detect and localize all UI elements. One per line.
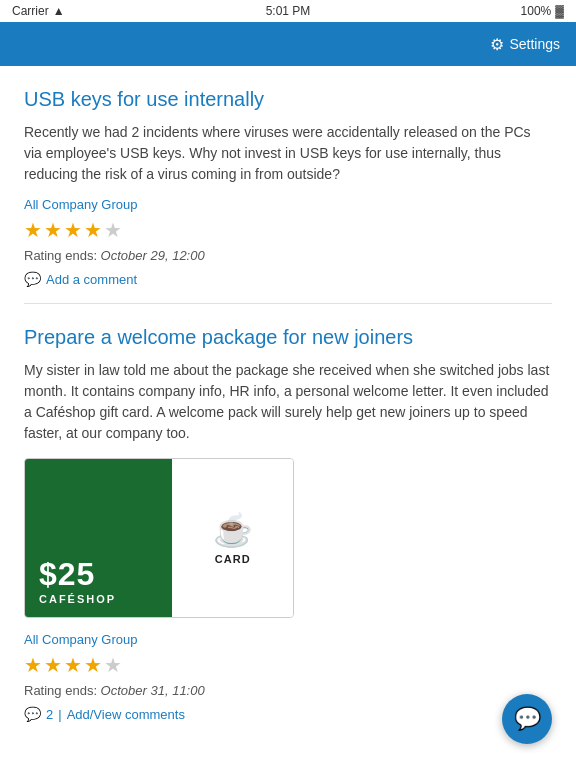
carrier-label: Carrier [12,4,49,18]
comment-bubble-icon-2: 💬 [24,706,41,722]
star-4: ★ [84,218,102,242]
post-2-group[interactable]: All Company Group [24,632,552,647]
star-p2-2: ★ [44,653,62,677]
battery-percent: 100% [521,4,552,18]
post-2-body: My sister in law told me about the packa… [24,360,552,444]
star-3: ★ [64,218,82,242]
star-p2-4: ★ [84,653,102,677]
status-bar: Carrier ▲ 5:01 PM 100% ▓ [0,0,576,22]
post-1-rating-date: October 29, 12:00 [101,248,205,263]
battery-icon: ▓ [555,4,564,18]
status-right: 100% ▓ [521,4,564,18]
fab-button[interactable]: 💬 [502,694,552,744]
post-2-rating-ends: Rating ends: October 31, 11:00 [24,683,552,698]
post-2-comment-count: 2 [46,707,53,722]
gift-card-left: $25 CAFÉSHOP [25,459,172,617]
gift-card-word: CARD [215,553,251,565]
wifi-icon: ▲ [53,4,65,18]
post-1-stars: ★ ★ ★ ★ ★ [24,218,552,242]
gift-card-right: ☕ CARD [172,459,293,617]
gift-card-image: $25 CAFÉSHOP ☕ CARD [24,458,294,618]
post-1-comment-label: Add a comment [46,272,137,287]
gift-card-amount: $25 [39,556,95,593]
star-p2-5: ★ [104,653,122,677]
post-1-add-comment[interactable]: 💬 Add a comment [24,271,552,287]
coffee-cup-icon: ☕ [213,511,253,549]
settings-button[interactable]: ⚙ Settings [490,35,560,54]
post-1-group[interactable]: All Company Group [24,197,552,212]
comment-bubble-icon: 💬 [24,271,41,287]
post-card-2: Prepare a welcome package for new joiner… [0,304,576,738]
status-time: 5:01 PM [266,4,311,18]
post-2-comment-label: Add/View comments [67,707,185,722]
post-2-comment-separator: | [58,707,61,722]
star-2: ★ [44,218,62,242]
post-1-rating-ends: Rating ends: October 29, 12:00 [24,248,552,263]
post-2-title: Prepare a welcome package for new joiner… [24,324,552,350]
nav-bar: ⚙ Settings [0,22,576,66]
status-left: Carrier ▲ [12,4,65,18]
star-5: ★ [104,218,122,242]
fab-chat-icon: 💬 [514,706,541,732]
post-1-body: Recently we had 2 incidents where viruse… [24,122,552,185]
star-p2-1: ★ [24,653,42,677]
settings-label: Settings [509,36,560,52]
star-1: ★ [24,218,42,242]
content-area: USB keys for use internally Recently we … [0,66,576,738]
star-p2-3: ★ [64,653,82,677]
gift-card-name: CAFÉSHOP [39,593,116,605]
post-card-1: USB keys for use internally Recently we … [0,66,576,303]
post-2-stars: ★ ★ ★ ★ ★ [24,653,552,677]
post-2-comment-link[interactable]: 💬 2 | Add/View comments [24,706,552,722]
post-2-rating-date: October 31, 11:00 [101,683,205,698]
post-1-title: USB keys for use internally [24,86,552,112]
gear-icon: ⚙ [490,35,504,54]
